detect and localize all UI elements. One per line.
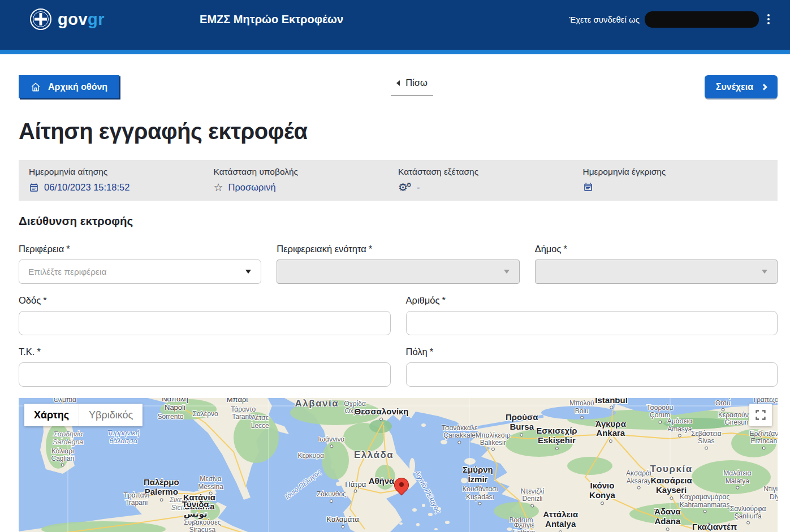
map-label: ΚουσάντασιKuşadası xyxy=(462,486,498,505)
map-label: ΚατάνιαCatania xyxy=(183,493,215,517)
map-label: Sorrento xyxy=(157,414,183,421)
app-title: ΕΜΖΣ Μητρώο Εκτροφέων xyxy=(200,13,343,26)
map-label: Πάτρα xyxy=(345,481,366,494)
region-placeholder: Επιλέξτε περιφέρεια xyxy=(28,267,106,277)
map-type-hybrid-button[interactable]: Υβριδικός xyxy=(79,404,143,426)
field-region: Περιφέρεια* Επιλέξτε περιφέρεια xyxy=(19,244,261,284)
map-label: ΜπαλίκεσιρBalıkesir xyxy=(476,431,511,451)
required-asterisk: * xyxy=(442,295,445,305)
map-label: ΣανλιούρφαŞanlıurfa xyxy=(730,505,766,525)
field-street: Οδός* xyxy=(19,295,391,335)
map-label: ΤράπανιTrapani xyxy=(124,491,149,507)
fullscreen-button[interactable] xyxy=(749,404,772,426)
star-icon: ☆ xyxy=(214,182,223,193)
map-label: ΤσορούμÇorum xyxy=(646,404,673,424)
map-dot xyxy=(658,420,662,423)
fullscreen-icon xyxy=(756,410,766,420)
map-canvas[interactable]: ΌλμπιαΝάποληNapoliΜπάριΣαλέρνοSorrentoΤά… xyxy=(19,398,778,532)
required-asterisk: * xyxy=(430,347,433,357)
map-label: ΣικελίαSicilia xyxy=(170,496,191,512)
map-dot xyxy=(519,525,523,529)
map-label: ΓκαζιαντέπGaziantep xyxy=(692,522,737,532)
kebab-menu-icon[interactable] xyxy=(764,12,773,27)
city-input[interactable] xyxy=(406,362,778,387)
map-label: Ζάκυνθος xyxy=(317,491,346,503)
required-asterisk: * xyxy=(369,244,372,254)
region-select[interactable]: Επιλέξτε περιφέρεια xyxy=(19,259,261,284)
map-label: ΦετίγιεFethiye xyxy=(513,521,535,532)
map-dot xyxy=(610,406,613,409)
map-label: Ιωάννινα xyxy=(318,436,344,448)
map-label: ΕρζίντζανErzincan xyxy=(749,430,778,450)
map-dot xyxy=(601,501,604,505)
map-dot xyxy=(721,408,724,412)
continue-button[interactable]: Συνέχεια xyxy=(705,75,778,98)
status-item: Κατάσταση υποβολής ☆ Προσωρινή xyxy=(214,167,399,193)
map-dot xyxy=(159,498,163,501)
map-label: ΚαχραμανμάραςKahramanmaraş xyxy=(680,494,730,513)
map-label: Σαλέρνο xyxy=(193,411,218,418)
field-postal-code: Τ.Κ.* xyxy=(19,347,391,387)
section-title: Διεύθυνση εκτροφής xyxy=(19,214,778,228)
redacted-username xyxy=(645,11,759,28)
map-label: ΜεσίναMessina xyxy=(198,475,223,495)
map-label: Καλαμάτα xyxy=(326,516,359,529)
map-dot xyxy=(703,510,706,513)
required-asterisk: * xyxy=(66,244,70,254)
map-label: ΤάραντοTaranto xyxy=(231,405,256,421)
map-label: ΑττάλειαAntalya xyxy=(543,511,578,532)
map-label: ΛέτσεLecce xyxy=(251,414,269,430)
map-label: ΆδαναAdana xyxy=(654,507,681,531)
chevron-down-icon xyxy=(504,270,510,274)
map-dot xyxy=(330,444,333,448)
map-dot xyxy=(476,486,480,489)
map-dot xyxy=(762,446,766,449)
home-icon xyxy=(31,82,41,92)
map-label: ΣαρδηνίαSardegna xyxy=(53,430,83,446)
map-label: Θεσσαλονίκη xyxy=(355,407,409,421)
back-link[interactable]: Πίσω xyxy=(391,77,433,96)
map-label: Ελλάδα xyxy=(354,449,394,460)
field-regional-unit: Περιφερειακή ενότητα* xyxy=(277,244,519,284)
map-label: ΆγκυραAnkara xyxy=(595,419,626,443)
postal-code-input[interactable] xyxy=(19,362,391,387)
map-type-control: Χάρτης Υβριδικός xyxy=(24,404,143,426)
map-dot xyxy=(458,440,461,444)
status-item: Ημερομηνία αίτησης 06/10/2023 15:18:52 xyxy=(29,167,214,193)
map-label: İstanbul xyxy=(595,398,628,409)
brand-text: govgr xyxy=(58,10,105,29)
map-label: Κέρκυρα xyxy=(297,453,324,460)
map-label: ΚάλιαριCagliari xyxy=(51,447,74,467)
map-label: Σμύρνηİzmir xyxy=(463,465,493,489)
status-item: Ημερομηνία έγκρισης xyxy=(583,167,768,193)
toolbar: Αρχική οθόνη Πίσω Συνέχεια xyxy=(19,75,778,98)
map-marker-athens[interactable] xyxy=(394,478,409,492)
map-label: Όλμπια xyxy=(54,398,76,404)
map-dot xyxy=(580,416,584,419)
home-button[interactable]: Αρχική οθόνη xyxy=(19,75,119,98)
number-input[interactable] xyxy=(406,311,778,335)
map-dot xyxy=(61,464,64,467)
map-label: ΑμάσειαAmasya xyxy=(667,418,692,438)
required-asterisk: * xyxy=(37,347,40,357)
chevron-down-icon xyxy=(245,270,251,274)
map-type-map-button[interactable]: Χάρτης xyxy=(24,404,79,426)
street-input[interactable] xyxy=(19,311,391,335)
map-label: ΝτενιζλίDenizli xyxy=(521,488,544,508)
map-dot xyxy=(197,513,201,516)
map-label: ΙκόνιοKonya xyxy=(589,482,615,505)
map-dot xyxy=(341,525,344,529)
map-label: ΕσκισεχίρEskişehir xyxy=(536,427,577,451)
map-label: Τύνιδαتونس xyxy=(182,500,209,524)
field-number: Αριθμός* xyxy=(406,295,778,335)
regional-unit-select xyxy=(277,259,519,284)
map-dot xyxy=(330,499,333,503)
map-label: ΠρούσαBursa xyxy=(506,413,538,436)
map-label: ΜαλάτειαMalatya xyxy=(723,470,751,490)
triangle-left-icon xyxy=(396,80,400,86)
calendar-icon xyxy=(583,182,593,192)
map-dot xyxy=(478,502,482,505)
map-label: Τυρρηνικήθάλασσα xyxy=(107,429,140,445)
govgr-logo[interactable]: govgr xyxy=(29,8,105,31)
gears-icon: ⚙⚙ xyxy=(398,182,412,193)
